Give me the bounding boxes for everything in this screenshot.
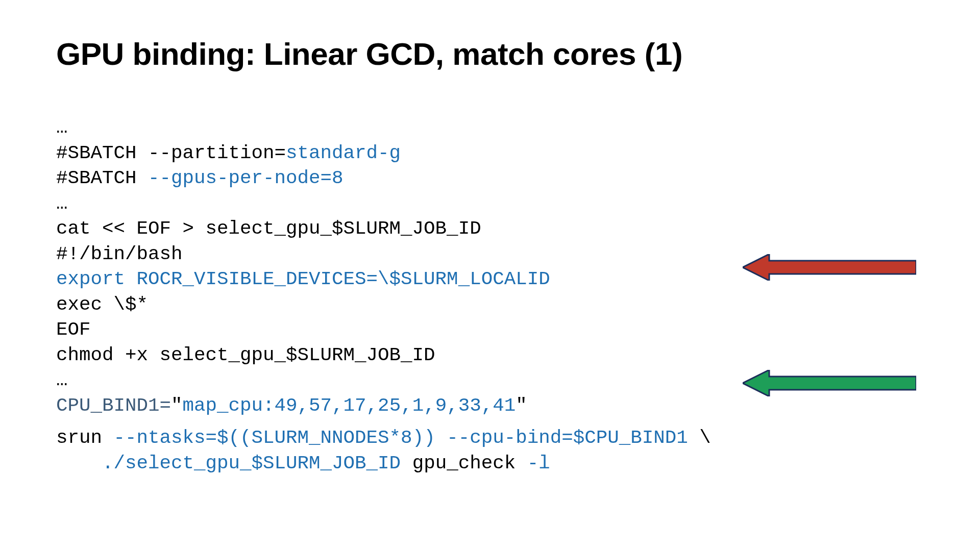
code-line-cpubind: CPU_BIND1="map_cpu:49,57,17,25,1,9,33,41… (56, 395, 527, 416)
code-line-exec: exec \$* (56, 294, 148, 315)
arrow-red-icon (743, 254, 916, 281)
code-line-chmod: chmod +x select_gpu_$SLURM_JOB_ID (56, 344, 435, 366)
code-line-export: export ROCR_VISIBLE_DEVICES=\$SLURM_LOCA… (56, 268, 550, 290)
code-line-srun-cont: ./select_gpu_$SLURM_JOB_ID gpu_check -l (56, 453, 550, 474)
code-line-srun: srun --ntasks=$((SLURM_NNODES*8)) --cpu-… (56, 427, 711, 448)
code-line-eof: EOF (56, 319, 91, 340)
code-line-cat: cat << EOF > select_gpu_$SLURM_JOB_ID (56, 218, 481, 239)
code-block: … #SBATCH --partition=standard-g #SBATCH… (56, 115, 924, 476)
code-line-shebang: #!/bin/bash (56, 243, 183, 265)
arrow-green-icon (743, 370, 916, 396)
code-line-sbatch-partition: #SBATCH --partition=standard-g (56, 142, 401, 164)
code-line-ellipsis: … (56, 193, 68, 214)
slide-title: GPU binding: Linear GCD, match cores (1) (56, 36, 924, 72)
code-line-ellipsis: … (56, 117, 68, 138)
svg-marker-1 (743, 370, 916, 396)
code-line-sbatch-gpus: #SBATCH --gpus-per-node=8 (56, 167, 344, 189)
svg-marker-0 (743, 254, 916, 281)
code-line-ellipsis: … (56, 369, 68, 391)
